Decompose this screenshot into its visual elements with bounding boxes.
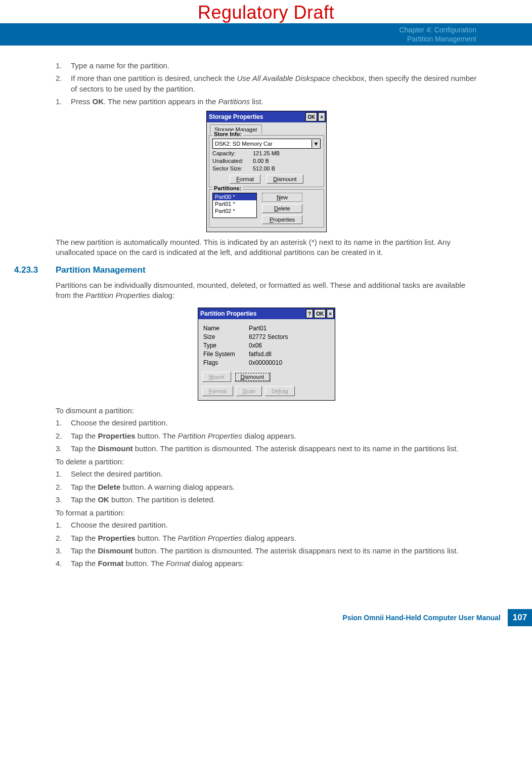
- list-item: 2.Tap the Properties button. The Partiti…: [56, 533, 477, 543]
- label: Capacity:: [212, 150, 253, 156]
- step-text: Select the desired partition.: [71, 469, 477, 479]
- intro-steps: 1. Type a name for the partition. 2. If …: [56, 61, 477, 107]
- text: Tap the: [71, 444, 98, 453]
- step-number: 1.: [56, 97, 71, 107]
- step-text: Tap the Dismount button. The partition i…: [71, 444, 477, 454]
- list-item: 2.Tap the Properties button. The Partiti…: [56, 431, 477, 441]
- value: 512.00 B: [253, 165, 275, 171]
- footer-text: Psion Omnii Hand-Held Computer User Manu…: [342, 609, 508, 626]
- dismount-button[interactable]: Dismount: [267, 175, 303, 184]
- italic-text: Use All Available Diskspace: [237, 74, 331, 82]
- bold-text: Properties: [98, 431, 135, 440]
- list-item[interactable]: Part01 *: [213, 200, 256, 207]
- step-text: Tap the Dismount button. The partition i…: [71, 546, 477, 556]
- label: File System: [203, 351, 249, 358]
- step-number: 1.: [56, 469, 71, 479]
- list-item: 3.Tap the OK button. The partition is de…: [56, 495, 477, 505]
- bold-text: Dismount: [98, 546, 132, 555]
- format-button[interactable]: Format: [230, 175, 260, 184]
- text: dialog appears.: [242, 431, 296, 440]
- italic-text: Partition Properties: [85, 291, 150, 299]
- new-button[interactable]: New: [262, 193, 302, 202]
- text: Press: [71, 97, 93, 106]
- italic-text: Partition Properties: [178, 431, 243, 440]
- bold-text: OK: [98, 495, 109, 504]
- help-button[interactable]: ?: [306, 309, 313, 318]
- close-button[interactable]: ×: [327, 309, 334, 318]
- step-text: Press OK. The new partition appears in t…: [71, 97, 477, 107]
- step-text: Tap the Properties button. The Partition…: [71, 431, 477, 441]
- partitions-fieldset: Partitions: Part00 * Part01 * Part02 * N…: [209, 189, 324, 228]
- text: If more than one partition is desired, u…: [71, 74, 237, 82]
- value: Part01: [249, 325, 267, 332]
- step-number: 2.: [56, 482, 71, 492]
- combo-text: DSK2: SD Memory Car: [215, 141, 273, 147]
- page-number: 107: [508, 609, 532, 626]
- delete-steps: 1.Select the desired partition. 2.Tap th…: [56, 469, 477, 505]
- step-number: 4.: [56, 558, 71, 569]
- ok-button[interactable]: OK: [314, 309, 326, 318]
- step-text: Type a name for the partition.: [71, 61, 477, 71]
- list-item: 2.Tap the Delete button. A warning dialo…: [56, 482, 477, 492]
- list-item: 1.Choose the desired partition.: [56, 418, 477, 428]
- step-text: Tap the Format button. The Format dialog…: [71, 558, 477, 569]
- label: Sector Size:: [212, 165, 253, 171]
- body-paragraph: To delete a partition:: [56, 457, 477, 467]
- bold-text: Dismount: [98, 444, 132, 453]
- chevron-down-icon[interactable]: ▼: [312, 140, 320, 148]
- value: 0.00 B: [253, 158, 269, 164]
- format-steps: 1.Choose the desired partition. 2.Tap th…: [56, 520, 477, 569]
- text: Tap the: [71, 546, 98, 555]
- partition-listbox[interactable]: Part00 * Part01 * Part02 *: [212, 193, 257, 218]
- dialog-title: Storage Properties: [209, 113, 304, 120]
- properties-button[interactable]: Properties: [262, 215, 302, 224]
- scan-button[interactable]: Scan: [236, 386, 262, 396]
- text: button. The partition is deleted.: [109, 495, 215, 504]
- label: Flags: [203, 359, 249, 366]
- format-button[interactable]: Format: [202, 386, 233, 396]
- text: Tap the: [71, 559, 98, 568]
- partition-properties-dialog: Partition Properties ? OK × NamePart01 S…: [198, 308, 335, 401]
- list-item[interactable]: Part00 *: [213, 193, 256, 200]
- dismount-button[interactable]: Dismount: [234, 372, 271, 382]
- bold-text: Properties: [98, 534, 135, 542]
- section-title: Partition Management: [56, 265, 146, 275]
- watermark-text: Regulatory Draft: [0, 0, 532, 23]
- mount-button[interactable]: Mount: [202, 372, 231, 382]
- titlebar: Partition Properties ? OK ×: [198, 308, 335, 319]
- dismount-steps: 1.Choose the desired partition. 2.Tap th…: [56, 418, 477, 454]
- text: button. The: [123, 559, 166, 568]
- titlebar: Storage Properties OK ×: [207, 111, 326, 122]
- defrag-button[interactable]: Defrag: [265, 386, 295, 396]
- delete-button[interactable]: Delete: [262, 204, 302, 213]
- body-paragraph: The new partition is automatically mount…: [56, 237, 477, 258]
- step-number: 3.: [56, 495, 71, 505]
- value: 82772 Sectors: [249, 333, 288, 340]
- close-button[interactable]: ×: [318, 112, 325, 121]
- section-heading: 4.23.3 Partition Management: [56, 265, 477, 275]
- bold-text: Format: [98, 559, 123, 568]
- step-text: Tap the OK button. The partition is dele…: [71, 495, 477, 505]
- fieldset-legend: Store Info:: [212, 131, 243, 137]
- step-text: Choose the desired partition.: [71, 418, 477, 428]
- list-item: 4.Tap the Format button. The Format dial…: [56, 558, 477, 569]
- text: list.: [250, 97, 263, 106]
- value: 0x00000010: [249, 359, 282, 366]
- chapter-line-1: Chapter 4: Configuration: [399, 25, 476, 34]
- list-item: 1. Press OK. The new partition appears i…: [56, 97, 477, 107]
- body-paragraph: To dismount a partition:: [56, 406, 477, 416]
- italic-text: Format: [166, 559, 190, 568]
- text: button. A warning dialog appears.: [120, 483, 235, 491]
- bold-text: OK: [93, 97, 104, 106]
- label: Unallocated:: [212, 158, 253, 164]
- value: fatfsd.dll: [249, 351, 272, 358]
- text: . The new partition appears in the: [104, 97, 218, 106]
- text: Tap the: [71, 495, 98, 504]
- list-item: 1. Type a name for the partition.: [56, 61, 477, 71]
- list-item[interactable]: Part02 *: [213, 207, 256, 214]
- store-combo[interactable]: DSK2: SD Memory Car ▼: [212, 139, 321, 149]
- text: Tap the: [71, 534, 98, 542]
- section-number: 4.23.3: [14, 265, 56, 275]
- chapter-line-2: Partition Management: [399, 34, 476, 44]
- ok-button[interactable]: OK: [305, 112, 317, 121]
